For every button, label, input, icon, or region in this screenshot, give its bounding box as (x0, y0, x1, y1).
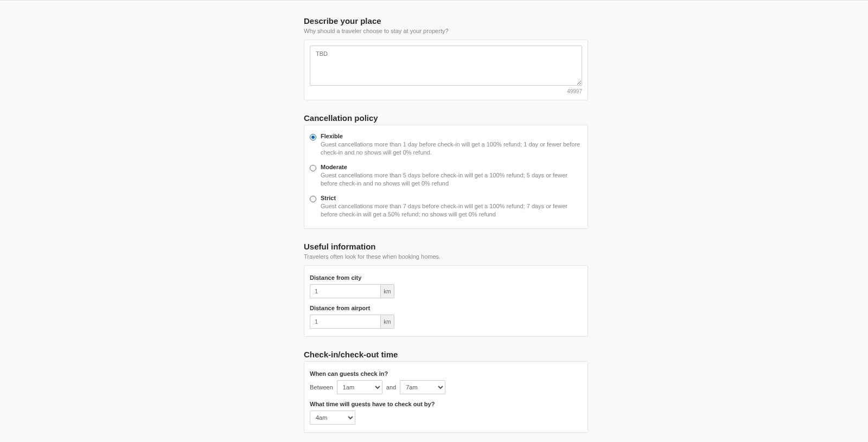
checkout-label: What time will guests have to check out … (310, 401, 582, 407)
cancellation-option-desc: Guest cancellations more than 5 days bef… (321, 171, 582, 188)
checktime-title: Check-in/check-out time (304, 350, 588, 359)
useful-panel: Distance from city km Distance from airp… (304, 265, 588, 337)
useful-sub: Travelers often look for these when book… (304, 253, 588, 260)
distance-airport-input[interactable] (310, 315, 380, 329)
describe-title: Describe your place (304, 16, 588, 25)
distance-airport-label: Distance from airport (310, 305, 582, 311)
checkin-label: When can guests check in? (310, 370, 582, 377)
cancellation-title: Cancellation policy (304, 113, 588, 123)
checkin-from-select[interactable]: 1am (337, 380, 382, 394)
cancellation-option-strict[interactable]: Strict Guest cancellations more than 7 d… (310, 193, 582, 223)
cancellation-option-desc: Guest cancellations more than 7 days bef… (321, 202, 582, 219)
distance-airport-unit: km (380, 315, 394, 329)
describe-charcount: 49997 (310, 88, 582, 94)
radio-icon (310, 134, 316, 140)
checkout-select[interactable]: 4am (310, 411, 355, 425)
cancellation-option-label: Strict (321, 195, 582, 201)
cancellation-option-desc: Guest cancellations more than 1 day befo… (321, 140, 582, 157)
and-label: and (386, 384, 396, 390)
cancellation-panel: Flexible Guest cancellations more than 1… (304, 125, 588, 229)
radio-icon (310, 196, 316, 202)
describe-sub: Why should a traveler choose to stay at … (304, 28, 588, 34)
checkin-to-select[interactable]: 7am (400, 380, 445, 394)
radio-icon (310, 165, 316, 171)
checktime-panel: When can guests check in? Between 1am an… (304, 361, 588, 433)
describe-panel: 49997 (304, 40, 588, 100)
distance-city-label: Distance from city (310, 274, 582, 281)
distance-city-input[interactable] (310, 284, 380, 298)
between-label: Between (310, 384, 333, 390)
cancellation-option-flexible[interactable]: Flexible Guest cancellations more than 1… (310, 131, 582, 162)
cancellation-option-moderate[interactable]: Moderate Guest cancellations more than 5… (310, 162, 582, 193)
describe-textarea[interactable] (310, 46, 582, 86)
distance-city-unit: km (380, 284, 394, 298)
cancellation-option-label: Moderate (321, 164, 582, 170)
useful-title: Useful information (304, 242, 588, 251)
cancellation-option-label: Flexible (321, 133, 582, 139)
